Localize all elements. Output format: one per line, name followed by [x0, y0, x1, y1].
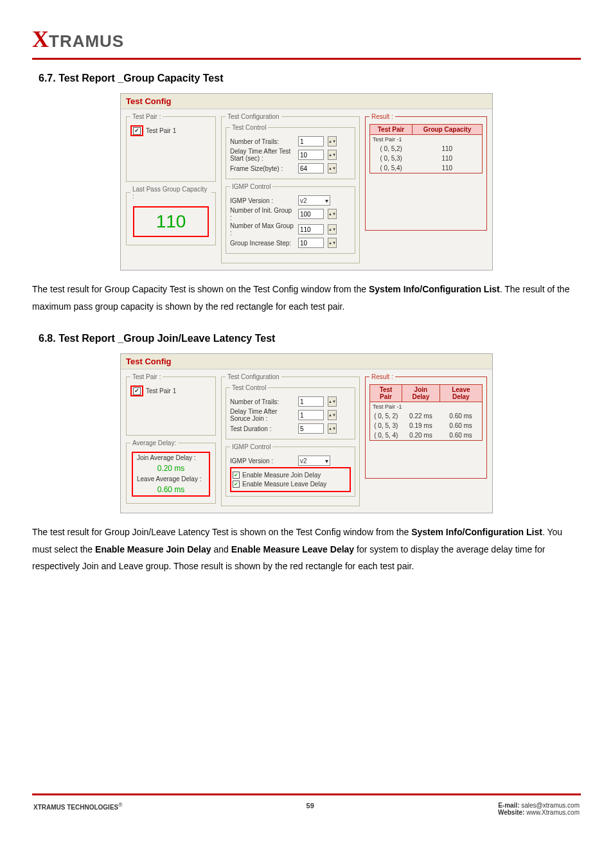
result-header-capacity: Group Capacity — [412, 125, 482, 135]
footer-left: XTRAMUS TECHNOLOGIES® — [33, 802, 122, 811]
top-rule — [32, 58, 581, 60]
test-configuration-group: Test Configuration Test Control Number o… — [221, 113, 360, 263]
leave-avg-label: Leave Average Delay : — [134, 474, 208, 484]
logo-rest: TRAMUS — [49, 31, 124, 51]
result-group: Result : Test Pair Group Capacity Test P… — [365, 113, 487, 231]
enable-leave-checkbox[interactable]: ✔ — [233, 481, 240, 488]
test-pair-checkbox-highlight: ✔ — [130, 125, 143, 136]
footer: XTRAMUS TECHNOLOGIES® 59 E-mail: sales@x… — [32, 802, 581, 816]
result-row: ( 0, 5, 2)0.22 ms0.60 ms — [370, 411, 483, 421]
test-control-legend: Test Control — [230, 124, 268, 131]
igmp-version-select[interactable]: v2▾ — [298, 195, 330, 206]
enable-join-checkbox[interactable]: ✔ — [233, 472, 240, 479]
page-number: 59 — [122, 802, 498, 810]
test-pair-legend: Test Pair : — [130, 113, 163, 120]
leave-avg-value: 0.60 ms — [134, 484, 208, 495]
test-pair-group: Test Pair : ✔ Test Pair 1 — [126, 113, 216, 182]
logo-x: X — [32, 26, 49, 53]
numtrails-label2: Number of Trails: — [230, 398, 294, 405]
test-pair2-checkbox[interactable]: ✔ — [133, 387, 141, 395]
average-delay-group: Average Delay: Join Average Delay : 0.20… — [126, 439, 216, 504]
test-control-group: Test Control Number of Trails: ▲▼ Delay … — [226, 124, 355, 179]
step-label: Group Increase Step: — [230, 240, 294, 247]
igmp-control-group2: IGMP Control IGMP Version : v2▾ ✔ Enable… — [226, 443, 355, 497]
test-config-legend2: Test Configuration — [226, 373, 281, 380]
maxgroup-label: Number of Max Group : — [230, 222, 294, 236]
igmp-version-label: IGMP Version : — [230, 197, 294, 204]
body-67: The test result for Group Capacity Test … — [32, 281, 581, 315]
result-row: ( 0, 5,3)110 — [370, 154, 483, 163]
initgroup-input[interactable] — [298, 209, 324, 219]
delay-input[interactable] — [298, 150, 324, 160]
spinner-icon[interactable]: ▲▼ — [328, 396, 337, 407]
delay-label: Delay Time After Test Start (sec) : — [230, 148, 294, 162]
body-68: The test result for Group Join/Leave Lat… — [32, 524, 581, 575]
framesize-label: Frame Size(byte) : — [230, 165, 294, 172]
test-pair2-label: Test Pair 1 — [146, 387, 176, 394]
spinner-icon[interactable]: ▲▼ — [328, 224, 337, 235]
result-legend2: Result : — [369, 373, 395, 380]
numtrails-label: Number of Trails: — [230, 138, 294, 145]
result-legend: Result : — [369, 113, 395, 120]
last-pass-legend: Last Pass Group Capacity : — [130, 186, 211, 200]
chevron-down-icon: ▾ — [325, 457, 328, 465]
spinner-icon[interactable]: ▲▼ — [328, 423, 337, 434]
spinner-icon[interactable]: ▲▼ — [328, 136, 337, 146]
result-header-testpair2: Test Pair — [370, 385, 402, 402]
heading-67: 6.7. Test Report _Group Capacity Test — [39, 73, 581, 84]
igmp-legend2: IGMP Control — [230, 443, 272, 450]
test-pair2-checkbox-highlight: ✔ — [130, 385, 143, 396]
step-input[interactable] — [298, 238, 324, 248]
test-configuration-group2: Test Configuration Test Control Number o… — [221, 373, 360, 506]
result-row: ( 0, 5, 3)0.19 ms0.60 ms — [370, 421, 483, 430]
screenshot-join-leave-latency: Test Config Test Pair : ✔ Test Pair 1 — [120, 353, 493, 513]
screenshot-group-capacity: Test Config Test Pair : ✔ Test Pair 1 — [120, 93, 493, 270]
testdur-input[interactable] — [298, 423, 324, 434]
igmp-legend: IGMP Control — [230, 183, 272, 190]
result-row: ( 0, 5,2)110 — [370, 144, 483, 154]
footer-rule — [32, 793, 581, 795]
result-row: ( 0, 5,4)110 — [370, 163, 483, 173]
result-header-join: Join Delay — [402, 385, 440, 402]
spinner-icon[interactable]: ▲▼ — [328, 238, 337, 248]
numtrails-input[interactable] — [298, 136, 324, 146]
avg-delay-legend: Average Delay: — [130, 439, 178, 447]
result-row: ( 0, 5, 4)0.20 ms0.60 ms — [370, 430, 483, 441]
framesize-input[interactable] — [298, 163, 324, 173]
initgroup-label: Number of Init. Group : — [230, 207, 294, 221]
enable-leave-label: Enable Measure Leave Delay — [242, 481, 326, 488]
last-pass-value: 110 — [136, 208, 206, 236]
chevron-down-icon: ▾ — [325, 197, 328, 204]
testdur-label: Test Duration : — [230, 425, 294, 432]
test-control-legend2: Test Control — [230, 384, 268, 391]
result-table: Test Pair Group Capacity Test Pair -1 ( … — [369, 124, 483, 173]
test-pair1-label: Test Pair 1 — [146, 127, 176, 134]
result-subheader2: Test Pair -1 — [370, 402, 483, 412]
last-pass-group: Last Pass Group Capacity : 110 — [126, 186, 216, 245]
screenshot1-title: Test Config — [121, 94, 492, 109]
test-pair-legend2: Test Pair : — [130, 373, 163, 380]
igmp-version-select2[interactable]: v2▾ — [298, 456, 330, 466]
heading-68: 6.8. Test Report _Group Join/Leave Laten… — [39, 333, 581, 344]
test-pair1-checkbox[interactable]: ✔ — [133, 127, 141, 135]
spinner-icon[interactable]: ▲▼ — [328, 150, 337, 160]
spinner-icon[interactable]: ▲▼ — [328, 410, 337, 420]
result-header-leave: Leave Delay — [440, 385, 482, 402]
spinner-icon[interactable]: ▲▼ — [328, 163, 337, 173]
delay-label2: Delay Time After Soruce Join : — [230, 408, 294, 422]
result-subheader: Test Pair -1 — [370, 135, 483, 145]
test-pair-group2: Test Pair : ✔ Test Pair 1 — [126, 373, 216, 436]
join-avg-value: 0.20 ms — [134, 463, 208, 474]
logo: XTRAMUS — [32, 26, 581, 53]
spinner-icon[interactable]: ▲▼ — [328, 209, 337, 219]
igmp-version-label2: IGMP Version : — [230, 457, 294, 465]
result-group2: Result : Test Pair Join Delay Leave Dela… — [365, 373, 487, 479]
screenshot2-title: Test Config — [121, 354, 492, 369]
igmp-control-group: IGMP Control IGMP Version : v2▾ Number o… — [226, 183, 355, 254]
test-control-group2: Test Control Number of Trails: ▲▼ Delay … — [226, 384, 355, 439]
result-header-testpair: Test Pair — [370, 125, 413, 135]
maxgroup-input[interactable] — [298, 224, 324, 235]
delay-input2[interactable] — [298, 410, 324, 420]
join-avg-label: Join Average Delay : — [134, 453, 208, 463]
numtrails-input2[interactable] — [298, 396, 324, 407]
